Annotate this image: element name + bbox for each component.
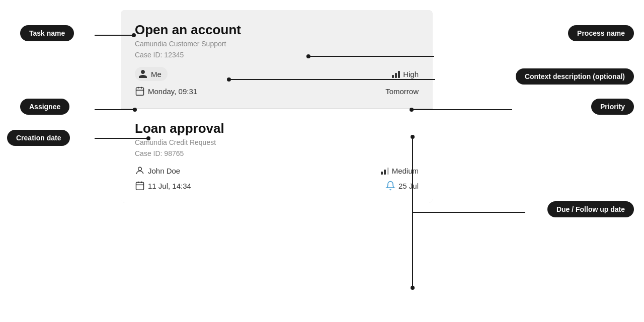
calendar-icon [135,86,145,96]
card2-date-label: 11 Jul, 14:34 [148,182,191,190]
card2-row-2: 11 Jul, 14:34 25 Jul [135,181,419,191]
page-container: Open an account Camundia Customer Suppor… [0,0,644,322]
priority-badge: Priority [591,99,634,115]
due-date-horizontal-line [412,212,525,213]
priority-medium-icon [381,167,389,175]
card1-due-date: Tomorrow [385,87,419,96]
task-name-line [95,35,135,36]
avatar-icon [138,69,148,79]
svg-rect-0 [136,88,144,95]
process-name-line [308,56,434,57]
card1-assignee-label: Me [151,70,162,78]
card1-priority-label: High [403,70,419,78]
card1-case-id: Case ID: 12345 [135,51,419,59]
svg-point-4 [138,167,142,171]
svg-rect-5 [136,182,144,190]
card-1[interactable]: Open an account Camundia Customer Suppor… [121,10,433,109]
card2-assignee-label: John Doe [148,167,180,175]
priority-high-icon [392,70,400,78]
context-line [229,79,435,80]
card2-row-1: John Doe Medium [135,166,419,176]
avatar-icon-2 [135,166,145,176]
cards-area: Open an account Camundia Customer Suppor… [121,10,433,203]
card2-due-date: 25 Jul [385,181,419,191]
card2-due-label: 25 Jul [398,182,419,190]
card1-title: Open an account [135,22,419,38]
card2-process: Camundia Credit Request [135,138,419,146]
card1-row-2: Monday, 09:31 Tomorrow [135,86,419,96]
card2-creation-date: 11 Jul, 14:34 [135,181,191,191]
priority-line [412,109,512,110]
context-description-badge: Context description (optional) [516,68,634,85]
bell-icon [385,181,395,191]
assignee-badge: Assignee [20,99,69,115]
card1-creation-date: Monday, 09:31 [135,86,197,96]
card2-assignee: John Doe [135,166,180,176]
card2-priority-label: Medium [392,167,419,175]
creation-date-badge: Creation date [7,130,70,146]
calendar-icon-2 [135,181,145,191]
card1-priority: High [392,70,419,78]
process-name-badge: Process name [568,25,634,41]
card1-date-label: Monday, 09:31 [148,87,197,96]
card-2[interactable]: Loan approval Camundia Credit Request Ca… [121,109,433,203]
due-followup-badge: Due / Follow up date [547,201,634,217]
card1-due-label: Tomorrow [385,87,419,96]
assignee-line [95,109,136,110]
card2-case-id: Case ID: 98765 [135,149,419,157]
creation-date-line [95,138,149,139]
card1-assignee: Me [135,67,168,81]
task-name-badge: Task name [20,25,74,41]
card2-title: Loan approval [135,121,419,136]
card1-process: Camundia Customer Support [135,40,419,48]
